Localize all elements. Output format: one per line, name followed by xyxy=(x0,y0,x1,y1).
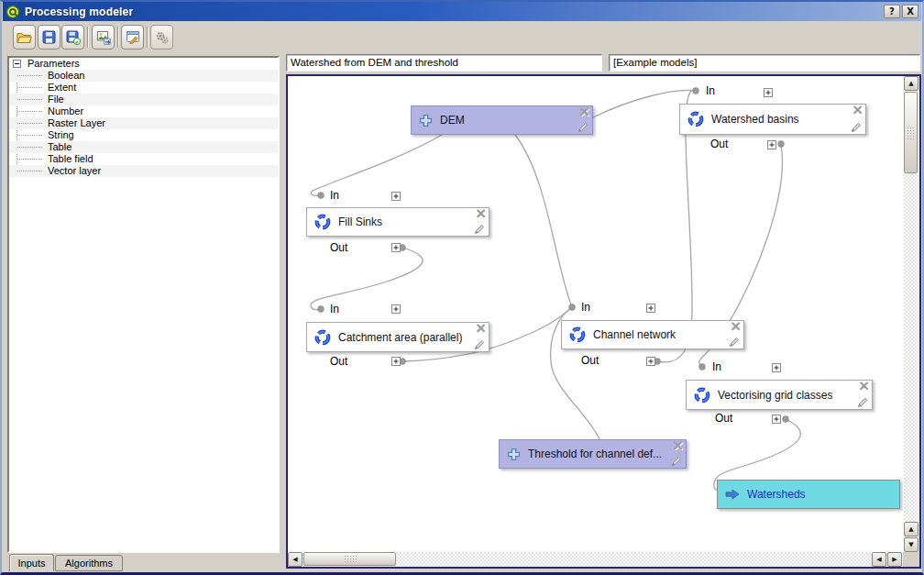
scroll-right-button[interactable]: ▶ xyxy=(887,552,902,567)
toolbar xyxy=(4,23,920,52)
remove-node-icon[interactable]: × xyxy=(476,319,486,337)
io-label-in: In xyxy=(581,301,590,314)
connector-dot[interactable] xyxy=(318,193,324,199)
io-label-out: Out xyxy=(710,138,728,150)
connector-dot[interactable] xyxy=(318,306,324,313)
edit-node-icon[interactable] xyxy=(857,396,869,408)
collapse-expander-icon[interactable] xyxy=(13,60,21,68)
export-as-image-button[interactable] xyxy=(92,25,115,50)
edit-help-icon xyxy=(126,30,140,44)
remove-node-icon[interactable]: × xyxy=(673,437,683,455)
edit-node-icon[interactable] xyxy=(729,336,741,348)
node-label: Watershed basins xyxy=(711,113,799,126)
tree-item-string[interactable]: String xyxy=(9,129,278,141)
wire-dem-to-channel-network xyxy=(515,135,572,307)
edit-node-icon[interactable] xyxy=(671,455,683,467)
toolbar-separator xyxy=(147,27,148,48)
remove-node-icon[interactable]: × xyxy=(579,103,589,121)
gears-icon xyxy=(155,30,170,45)
io-label-out: Out xyxy=(330,355,347,368)
remove-node-icon[interactable]: × xyxy=(859,377,869,395)
node-label: DEM xyxy=(440,114,465,127)
tree-item-parameters[interactable]: Parameters xyxy=(9,58,278,70)
saga-algorithm-icon xyxy=(694,387,710,404)
model-group-input[interactable]: [Example models] xyxy=(609,54,920,72)
tree-item-label: Raster Layer xyxy=(48,117,105,129)
tab-inputs[interactable]: Inputs xyxy=(9,554,54,571)
node-label: Channel network xyxy=(593,328,676,341)
tree-item-raster-layer[interactable]: Raster Layer xyxy=(9,117,278,129)
io-label-in: In xyxy=(706,84,715,97)
node-channel-network[interactable]: Channel network × xyxy=(561,320,744,349)
scroll-left-button[interactable]: ◀ xyxy=(288,552,302,567)
remove-node-icon[interactable]: × xyxy=(476,205,486,223)
remove-node-icon[interactable]: × xyxy=(852,101,863,119)
edit-node-icon[interactable] xyxy=(474,338,486,350)
node-watershed-basins[interactable]: Watershed basins × xyxy=(679,104,866,135)
open-model-button[interactable] xyxy=(13,25,36,50)
io-label-out: Out xyxy=(330,241,347,254)
wire-dem-to-fill-sinks xyxy=(311,135,442,195)
tree-item-table-field[interactable]: Table field xyxy=(9,153,278,165)
tree-item-label: Parameters xyxy=(28,58,80,70)
canvas-horizontal-scrollbar[interactable]: ◀ ◀ ▶ xyxy=(288,552,903,567)
titlebar[interactable]: Processing modeler ? X xyxy=(3,2,921,21)
toolbar-separator xyxy=(117,27,119,48)
connector-dot[interactable] xyxy=(699,364,706,370)
scroll-up-button[interactable]: ▲ xyxy=(904,522,918,536)
plus-icon xyxy=(419,114,433,127)
tree-item-extent[interactable]: Extent xyxy=(9,82,278,94)
edit-node-icon[interactable] xyxy=(474,223,486,235)
help-button[interactable]: ? xyxy=(884,5,900,18)
close-button[interactable]: X xyxy=(902,5,918,18)
model-canvas[interactable]: In Out In Out In Out In Out In Out DEM × xyxy=(286,74,921,569)
tree-item-label: Number xyxy=(48,105,83,117)
connector-dot[interactable] xyxy=(569,304,576,311)
saga-algorithm-icon xyxy=(688,111,704,127)
io-label-in: In xyxy=(712,360,721,373)
tree-item-boolean[interactable]: Boolean xyxy=(9,70,278,82)
save-model-as-button[interactable] xyxy=(61,25,84,50)
node-catchment-area[interactable]: Catchment area (parallel) × xyxy=(306,322,490,352)
horizontal-scroll-thumb[interactable] xyxy=(303,552,396,566)
tree-item-label: Table field xyxy=(48,153,94,165)
connector-dot[interactable] xyxy=(778,141,785,148)
connector-dot[interactable] xyxy=(783,416,789,423)
node-label: Watersheds xyxy=(747,488,806,501)
saga-algorithm-icon xyxy=(314,329,331,346)
tree-item-vector-layer[interactable]: Vector layer xyxy=(9,165,278,177)
tree-item-table[interactable]: Table xyxy=(9,141,278,153)
connector-dot[interactable] xyxy=(693,88,699,94)
scroll-left-button[interactable]: ◀ xyxy=(872,552,886,567)
edit-node-icon[interactable] xyxy=(851,121,863,133)
processing-modeler-window: Processing modeler ? X xyxy=(0,0,924,575)
run-model-button[interactable] xyxy=(150,25,173,50)
tree-item-label: String xyxy=(48,129,74,141)
io-label-in: In xyxy=(330,303,339,315)
node-watersheds-output[interactable]: Watersheds xyxy=(717,480,900,509)
node-fill-sinks[interactable]: Fill Sinks × xyxy=(306,207,490,237)
tree-item-label: Table xyxy=(48,141,72,153)
tree-item-label: Vector layer xyxy=(48,165,101,177)
node-label: Threshold for channel def... xyxy=(528,448,662,460)
vertical-scroll-thumb[interactable] xyxy=(904,92,918,173)
node-vectorising-grid-classes[interactable]: Vectorising grid classes × xyxy=(686,380,873,410)
canvas-vertical-scrollbar[interactable]: ▲ ▲ ▼ xyxy=(904,76,919,552)
edit-model-help-button[interactable] xyxy=(121,25,144,50)
scroll-down-button[interactable]: ▼ xyxy=(904,537,918,552)
remove-node-icon[interactable]: × xyxy=(731,317,741,336)
scroll-up-button[interactable]: ▲ xyxy=(904,76,918,91)
edit-node-icon[interactable] xyxy=(578,121,589,133)
save-model-button[interactable] xyxy=(38,25,60,50)
io-label-in: In xyxy=(330,189,339,202)
tree-item-number[interactable]: Number xyxy=(9,105,278,117)
tree-item-file[interactable]: File xyxy=(9,94,278,105)
model-name-input[interactable]: Watershed from DEM and threshold xyxy=(286,54,602,72)
node-dem[interactable]: DEM × xyxy=(411,105,593,135)
open-folder-icon xyxy=(16,31,32,44)
wire-fill-sinks-to-catchment xyxy=(311,248,423,310)
tab-algorithms[interactable]: Algorithms xyxy=(55,555,123,571)
toolbar-separator xyxy=(87,27,89,48)
node-threshold[interactable]: Threshold for channel def... × xyxy=(499,439,687,469)
thumb-grip xyxy=(344,555,357,564)
